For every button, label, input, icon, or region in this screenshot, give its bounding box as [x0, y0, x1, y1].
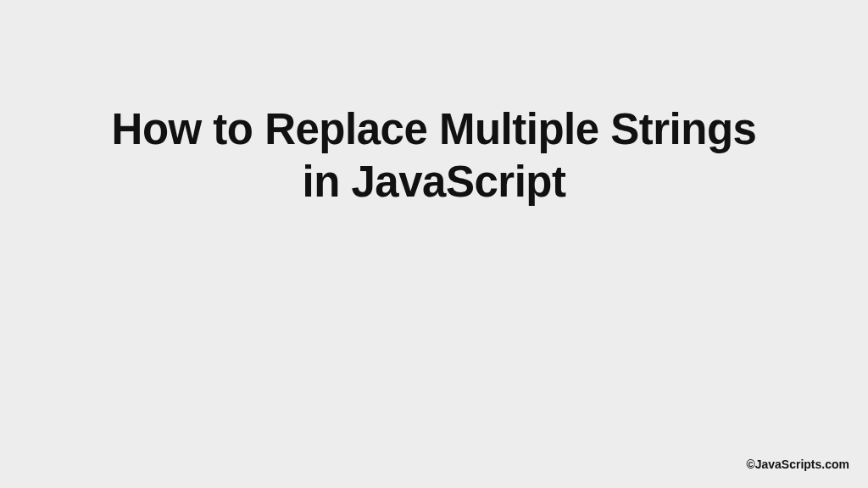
attribution-text: ©JavaScripts.com	[746, 458, 849, 471]
page-title: How to Replace Multiple Strings in JavaS…	[103, 103, 765, 208]
